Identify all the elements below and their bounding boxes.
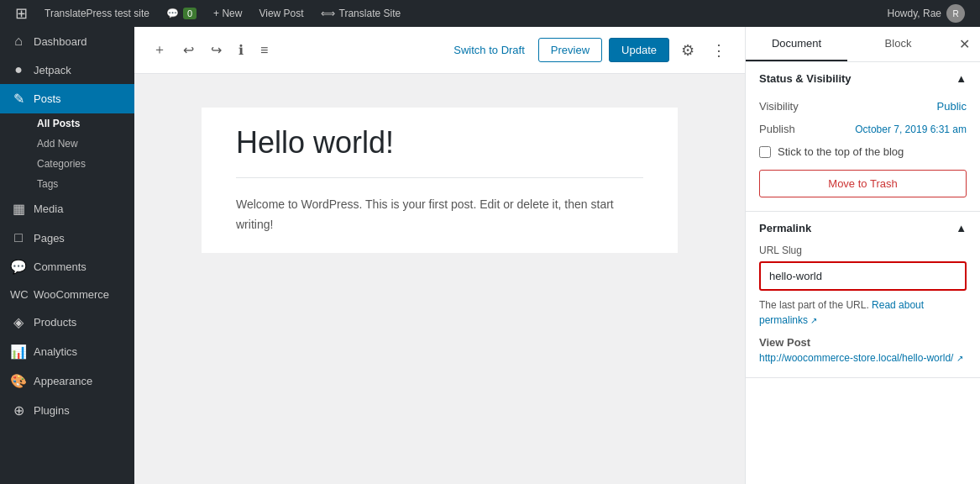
- add-block-button[interactable]: ＋: [148, 36, 171, 64]
- settings-icon: ⚙: [681, 41, 694, 60]
- info-button[interactable]: ℹ: [233, 37, 249, 63]
- wp-logo-item[interactable]: ⊞: [7, 0, 36, 27]
- sidebar-item-woocommerce-label: WooCommerce: [34, 288, 109, 301]
- publish-date-value[interactable]: October 7, 2019 6:31 am: [855, 124, 967, 135]
- view-post-external-icon: ↗: [956, 354, 963, 363]
- new-label: + New: [213, 8, 242, 19]
- sidebar-item-dashboard-label: Dashboard: [34, 35, 87, 48]
- new-item[interactable]: + New: [205, 0, 250, 27]
- update-button[interactable]: Update: [609, 38, 669, 62]
- switch-to-draft-button[interactable]: Switch to Draft: [447, 39, 532, 61]
- sidebar-item-add-new[interactable]: Add New: [30, 134, 134, 154]
- post-block[interactable]: Hello world! Welcome to WordPress. This …: [202, 108, 678, 253]
- permalink-section: Permalink ▲ URL Slug The last part of th…: [746, 212, 980, 378]
- more-icon: ⋮: [711, 41, 726, 60]
- external-link-icon: ↗: [810, 316, 817, 325]
- editor-toolbar: ＋ ↩ ↪ ℹ ≡ Switch to Draft Preview Update…: [134, 27, 745, 74]
- collapse-status-icon: ▲: [956, 72, 967, 85]
- sidebar-item-comments[interactable]: 💬 Comments: [0, 252, 134, 281]
- info-icon: ℹ: [238, 42, 244, 58]
- view-post-item[interactable]: View Post: [250, 0, 312, 27]
- sidebar-item-woocommerce[interactable]: WC WooCommerce: [0, 281, 134, 308]
- sidebar-item-categories[interactable]: Categories: [30, 154, 134, 174]
- posts-submenu: All Posts Add New Categories Tags: [0, 113, 134, 194]
- permalink-hint: The last part of the URL. Read about per…: [759, 297, 967, 328]
- tab-document-label: Document: [772, 37, 821, 50]
- post-body: Welcome to WordPress. This is your first…: [236, 195, 643, 235]
- status-visibility-content: Visibility Public Publish October 7, 201…: [746, 95, 980, 211]
- sidebar-item-appearance[interactable]: 🎨 Appearance: [0, 366, 134, 396]
- avatar: R: [946, 4, 965, 23]
- pages-icon: □: [10, 230, 27, 245]
- status-visibility-header[interactable]: Status & Visibility ▲: [746, 62, 980, 95]
- permalink-header[interactable]: Permalink ▲: [746, 212, 980, 245]
- sidebar-item-products[interactable]: ◈ Products: [0, 308, 134, 337]
- view-post-url-link[interactable]: http://woocommerce-store.local/hello-wor…: [759, 352, 963, 364]
- redo-button[interactable]: ↪: [206, 37, 227, 63]
- dashboard-icon: ⌂: [10, 34, 27, 49]
- tab-block[interactable]: Block: [847, 27, 949, 61]
- publish-label: Publish: [759, 123, 795, 135]
- site-name-item[interactable]: TranslatePress test site: [36, 0, 158, 27]
- undo-icon: ↩: [183, 42, 194, 58]
- preview-button[interactable]: Preview: [538, 38, 602, 62]
- sticky-checkbox[interactable]: [759, 146, 771, 158]
- sidebar-item-jetpack-label: Jetpack: [34, 64, 71, 76]
- comments-item[interactable]: 💬 0: [158, 0, 205, 27]
- right-panel: Document Block ✕ Status & Visibility ▲ V…: [745, 27, 980, 484]
- more-options-button[interactable]: ⋮: [706, 36, 731, 65]
- howdy-section[interactable]: Howdy, Rae R: [879, 4, 973, 23]
- comment-count: 0: [183, 8, 197, 19]
- all-posts-label: All Posts: [37, 118, 80, 129]
- add-block-icon: ＋: [153, 41, 166, 59]
- woocommerce-icon: WC: [10, 288, 27, 301]
- visibility-value[interactable]: Public: [937, 100, 967, 113]
- list-view-icon: ≡: [260, 43, 268, 58]
- sidebar-item-tags[interactable]: Tags: [30, 174, 134, 194]
- add-new-label: Add New: [37, 138, 78, 150]
- comments-sidebar-icon: 💬: [10, 259, 27, 275]
- tab-document[interactable]: Document: [746, 27, 847, 61]
- visibility-label: Visibility: [759, 100, 799, 113]
- view-post-url-text: http://woocommerce-store.local/hello-wor…: [759, 352, 953, 364]
- tags-label: Tags: [37, 178, 58, 190]
- status-visibility-section: Status & Visibility ▲ Visibility Public …: [746, 62, 980, 212]
- status-visibility-label: Status & Visibility: [759, 72, 852, 85]
- translate-site-item[interactable]: ⟺ Translate Site: [312, 0, 410, 27]
- undo-button[interactable]: ↩: [178, 37, 199, 63]
- products-icon: ◈: [10, 314, 27, 330]
- main-layout: ⌂ Dashboard ● Jetpack ✎ Posts All Posts …: [0, 27, 980, 484]
- admin-bar: ⊞ TranslatePress test site 💬 0 + New Vie…: [0, 0, 980, 27]
- sidebar: ⌂ Dashboard ● Jetpack ✎ Posts All Posts …: [0, 27, 134, 484]
- post-title: Hello world!: [236, 125, 643, 178]
- sidebar-item-plugins[interactable]: ⊕ Plugins: [0, 396, 134, 425]
- sticky-row: Stick to the top of the blog: [759, 140, 967, 163]
- permalink-content: URL Slug The last part of the URL. Read …: [746, 245, 980, 377]
- media-icon: ▦: [10, 201, 27, 217]
- toolbar-right: Switch to Draft Preview Update ⚙ ⋮: [447, 36, 731, 65]
- sidebar-item-media[interactable]: ▦ Media: [0, 194, 134, 224]
- panel-tabs: Document Block ✕: [746, 27, 980, 62]
- site-name-label: TranslatePress test site: [45, 8, 149, 19]
- view-post-label: View Post: [259, 8, 303, 19]
- list-view-button[interactable]: ≡: [255, 38, 273, 63]
- sidebar-item-pages[interactable]: □ Pages: [0, 224, 134, 252]
- publish-row: Publish October 7, 2019 6:31 am: [759, 118, 967, 140]
- tab-block-label: Block: [885, 37, 912, 50]
- move-to-trash-button[interactable]: Move to Trash: [759, 170, 967, 197]
- settings-button[interactable]: ⚙: [676, 36, 700, 65]
- sidebar-item-products-label: Products: [34, 316, 76, 329]
- sidebar-item-posts[interactable]: ✎ Posts: [0, 84, 134, 113]
- sidebar-item-jetpack[interactable]: ● Jetpack: [0, 55, 134, 84]
- sidebar-item-analytics[interactable]: 📊 Analytics: [0, 337, 134, 366]
- sidebar-item-analytics-label: Analytics: [34, 345, 77, 358]
- adminbar-right: Howdy, Rae R: [879, 4, 973, 23]
- panel-close-button[interactable]: ✕: [949, 29, 980, 59]
- sidebar-item-dashboard[interactable]: ⌂ Dashboard: [0, 27, 134, 55]
- appearance-icon: 🎨: [10, 373, 27, 389]
- sidebar-item-pages-label: Pages: [34, 232, 65, 245]
- sidebar-item-all-posts[interactable]: All Posts: [30, 113, 134, 134]
- url-slug-input[interactable]: [763, 265, 963, 287]
- jetpack-icon: ●: [10, 62, 27, 77]
- sticky-label: Stick to the top of the blog: [778, 145, 904, 158]
